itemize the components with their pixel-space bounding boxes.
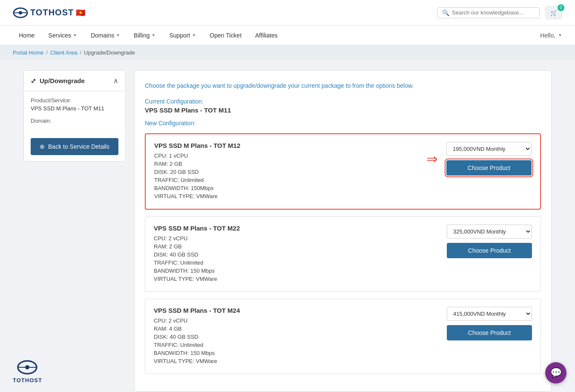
- sidebar-body: Product/Service: VPS SSD M Plans - TOT M…: [24, 91, 125, 161]
- product-service-value: VPS SSD M Plans - TOT M11: [31, 105, 118, 112]
- choose-product-btn-m12[interactable]: Choose Product: [446, 160, 532, 176]
- product-spec-m12-0: CPU: 1 vCPU: [154, 153, 418, 159]
- search-input[interactable]: [452, 9, 535, 16]
- nav-affiliates[interactable]: Affiliates: [249, 27, 284, 44]
- logo[interactable]: TOTHOST 🇻🇳: [13, 7, 85, 18]
- nav-home[interactable]: Home: [13, 27, 40, 44]
- product-name-m22: VPS SSD M Plans - TOT M22: [154, 225, 438, 232]
- nav-open-ticket[interactable]: Open Ticket: [204, 27, 247, 44]
- expand-icon[interactable]: ∧: [113, 77, 118, 85]
- back-btn-label: Back to Service Details: [48, 143, 109, 150]
- nav-services[interactable]: Services ▼: [42, 27, 83, 44]
- back-icon: ⊕: [40, 143, 45, 150]
- hello-text: Hello,: [540, 32, 555, 39]
- chat-button[interactable]: 💬: [545, 362, 566, 383]
- sidebar: ⤢ Up/Downgrade ∧ Product/Service: VPS SS…: [23, 70, 126, 392]
- right-arrow-icon: ⇒: [426, 151, 438, 167]
- cart-badge: 0: [558, 4, 564, 11]
- services-arrow-icon: ▼: [73, 33, 77, 37]
- product-spec-m12-3: TRAFFIC: Unlimited: [154, 177, 418, 183]
- product-row-m22: VPS SSD M Plans - TOT M22 CPU: 2 vCPU RA…: [145, 216, 541, 292]
- choose-product-btn-m22[interactable]: Choose Product: [447, 243, 532, 258]
- cart-button[interactable]: 🛒 0: [546, 6, 562, 19]
- product-spec-m24-4: BANDWIDTH: 150 Mbps: [154, 350, 438, 356]
- arrow-indicator-m12: ⇒: [426, 151, 438, 167]
- price-select-m24[interactable]: 415,000VND Monthly: [447, 307, 532, 321]
- logo-text: TOTHOST: [30, 8, 74, 17]
- product-spec-m24-3: TRAFFIC: Unlimited: [154, 342, 438, 348]
- flag-icon: 🇻🇳: [76, 8, 85, 17]
- product-service-label: Product/Service:: [31, 97, 118, 104]
- main-content: ⤢ Up/Downgrade ∧ Product/Service: VPS SS…: [11, 60, 564, 392]
- footer-logo-icon: [16, 359, 38, 375]
- product-spec-m22-3: TRAFFIC: Unlimited: [154, 259, 438, 266]
- product-spec-m24-1: RAM: 4 GB: [154, 326, 438, 332]
- nav-services-label: Services: [48, 32, 71, 39]
- domains-arrow-icon: ▼: [116, 33, 120, 37]
- breadcrumb-current: Upgrade/Downgrade: [84, 49, 135, 56]
- header-right: 🔍 🛒 0: [437, 6, 562, 19]
- nav-right: Hello, ▼: [540, 32, 562, 39]
- product-spec-m12-1: RAM: 2 GB: [154, 161, 418, 167]
- product-spec-m22-4: BANDWIDTH: 150 Mbps: [154, 268, 438, 274]
- sidebar-card: ⤢ Up/Downgrade ∧ Product/Service: VPS SS…: [23, 70, 126, 161]
- product-spec-m22-1: RAM: 2 GB: [154, 243, 438, 250]
- breadcrumb-sep-1: /: [46, 49, 48, 56]
- product-spec-m24-0: CPU: 2 vCPU: [154, 317, 438, 324]
- cart-icon: 🛒: [550, 9, 558, 16]
- new-config-label: New Configuration:: [145, 120, 541, 127]
- product-name-m12: VPS SSD M Plans - TOT M12: [154, 142, 418, 149]
- back-to-service-btn[interactable]: ⊕ Back to Service Details: [31, 138, 118, 155]
- product-spec-m24-2: DISK: 40 GB SSD: [154, 334, 438, 340]
- product-info-m12: VPS SSD M Plans - TOT M12 CPU: 1 vCPU RA…: [154, 142, 418, 201]
- price-select-m12[interactable]: 195,000VND Monthly: [446, 142, 532, 156]
- billing-arrow-icon: ▼: [151, 33, 155, 37]
- product-info-m24: VPS SSD M Plans - TOT M24 CPU: 2 vCPU RA…: [154, 307, 438, 366]
- product-actions-m22: 325,000VND Monthly Choose Product: [447, 225, 532, 258]
- sidebar-header: ⤢ Up/Downgrade ∧: [24, 71, 125, 91]
- navbar: Home Services ▼ Domains ▼ Billing ▼ Supp…: [0, 26, 575, 45]
- logo-area: TOTHOST 🇻🇳: [13, 7, 85, 18]
- main-panel: Choose the package you want to upgrade/d…: [134, 70, 552, 392]
- product-row-m24: VPS SSD M Plans - TOT M24 CPU: 2 vCPU RA…: [145, 299, 541, 374]
- product-name-m24: VPS SSD M Plans - TOT M24: [154, 307, 438, 314]
- product-spec-m12-5: VIRTUAL TYPE: VMWare: [154, 193, 418, 199]
- nav-open-ticket-label: Open Ticket: [210, 32, 242, 39]
- product-spec-m12-4: BANDWIDTH: 150Mbps: [154, 185, 418, 191]
- product-actions-m12: 195,000VND Monthly Choose Product: [446, 142, 532, 176]
- search-box[interactable]: 🔍: [437, 7, 540, 18]
- choose-product-btn-m24[interactable]: Choose Product: [447, 325, 532, 340]
- breadcrumb-portal-home[interactable]: Portal Home: [13, 49, 43, 56]
- support-arrow-icon: ▼: [192, 33, 196, 37]
- product-spec-m24-5: VIRTUAL TYPE: VMWare: [154, 358, 438, 364]
- nav-billing[interactable]: Billing ▼: [128, 27, 161, 44]
- header: TOTHOST 🇻🇳 🔍 🛒 0: [0, 0, 575, 26]
- current-config-label: Current Configuration:: [145, 98, 541, 105]
- current-config-value: VPS SSD M Plans - TOT M11: [145, 107, 541, 114]
- nav-billing-label: Billing: [134, 32, 150, 39]
- nav-affiliates-label: Affiliates: [255, 32, 278, 39]
- sidebar-title-text: Up/Downgrade: [40, 77, 85, 84]
- product-info-m22: VPS SSD M Plans - TOT M22 CPU: 2 vCPU RA…: [154, 225, 438, 284]
- product-spec-m22-0: CPU: 2 vCPU: [154, 235, 438, 242]
- product-spec-m22-2: DISK: 40 GB SSD: [154, 251, 438, 258]
- product-spec-m22-5: VIRTUAL TYPE: VMWare: [154, 276, 438, 282]
- search-icon: 🔍: [442, 9, 449, 16]
- nav-left: Home Services ▼ Domains ▼ Billing ▼ Supp…: [13, 27, 284, 44]
- nav-domains-label: Domains: [91, 32, 114, 39]
- nav-support[interactable]: Support ▼: [163, 27, 202, 44]
- nav-domains[interactable]: Domains ▼: [85, 27, 126, 44]
- product-actions-m24: 415,000VND Monthly Choose Product: [447, 307, 532, 340]
- domain-label: Domain:: [31, 118, 118, 124]
- domain-value: [31, 126, 118, 132]
- chat-icon: 💬: [550, 367, 562, 378]
- product-actions-with-arrow-m12: ⇒ 195,000VND Monthly Choose Product: [426, 142, 532, 176]
- breadcrumb-client-area[interactable]: Client Area: [50, 49, 78, 56]
- panel-card: Choose the package you want to upgrade/d…: [134, 70, 552, 392]
- sidebar-title: ⤢ Up/Downgrade: [31, 77, 85, 85]
- breadcrumb-sep-2: /: [80, 49, 81, 56]
- footer-logo: TOTHOST: [13, 359, 42, 383]
- nav-support-label: Support: [169, 32, 190, 39]
- footer-logo-text: TOTHOST: [13, 377, 42, 383]
- price-select-m22[interactable]: 325,000VND Monthly: [447, 225, 532, 239]
